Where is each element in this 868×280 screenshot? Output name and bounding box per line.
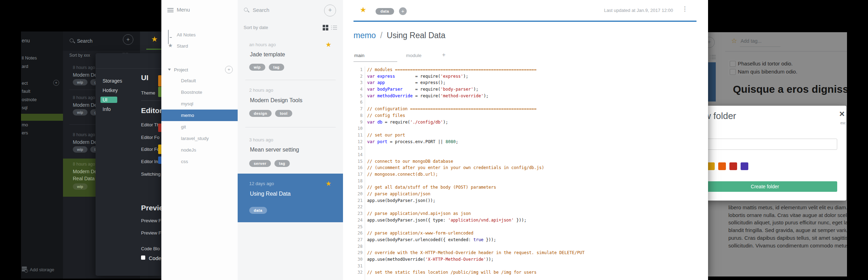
folder-name-input[interactable] <box>693 139 837 150</box>
add-storage-label: Add storage <box>30 267 54 272</box>
folder-item-default[interactable]: Default <box>161 75 238 86</box>
list-view-icon[interactable] <box>331 25 337 30</box>
folder-item-css[interactable]: css <box>161 156 238 167</box>
new-note-button[interactable]: + <box>324 5 336 16</box>
code-line: 17// mongoose.connect(db.url); <box>343 171 708 178</box>
sidebar-item-all-notes[interactable]: All Notes <box>161 31 238 38</box>
tag-pill[interactable]: wip <box>73 146 88 153</box>
star-icon[interactable]: ★ <box>326 41 331 49</box>
code-editor[interactable]: 1// modules ============================… <box>343 66 708 280</box>
tag-pill[interactable]: tool <box>275 110 292 117</box>
folder-item-boostnote[interactable]: Boostnote <box>161 86 238 98</box>
settings-row-label: Editor Fo <box>141 135 160 140</box>
tag-pill[interactable]: wip <box>249 64 265 71</box>
tag-pill[interactable]: data <box>249 207 267 214</box>
folder-color-swatch[interactable] <box>707 162 715 170</box>
grid-view-icon[interactable] <box>323 25 328 30</box>
add-folder-button[interactable]: + <box>225 66 233 74</box>
line-number: 30 <box>343 256 365 263</box>
note-item[interactable]: an hours ago★Jade templatewiptag <box>238 37 343 80</box>
dark-search-input[interactable]: Search <box>77 38 92 44</box>
code-text: // override with the X-HTTP-Method-Overr… <box>365 250 584 256</box>
kebab-menu-icon[interactable]: ⋮ <box>682 7 688 10</box>
line-number: 9 <box>343 119 365 126</box>
folder-color-swatch[interactable] <box>729 162 737 170</box>
code-line: 23// parse application/vnd.api+json as j… <box>343 210 708 217</box>
line-number: 5 <box>343 93 365 99</box>
code-line: 10 <box>343 125 708 132</box>
settings-nav-info[interactable]: Info <box>103 106 111 112</box>
settings-checkbox-label: Code B <box>149 255 161 261</box>
sidebar-item-stard[interactable]: ★Stard <box>161 43 238 50</box>
star-icon[interactable]: ★ <box>326 180 331 188</box>
folder-color-swatch[interactable] <box>741 162 748 170</box>
add-tag-button[interactable]: + <box>399 7 407 15</box>
tag-pill[interactable]: wip <box>73 109 88 115</box>
code-text: var port = process.env.PORT || 8080; <box>365 139 458 145</box>
code-text: app.use(methodOverride('X-HTTP-Method-Ov… <box>365 256 493 263</box>
star-icon[interactable]: ★ <box>151 35 158 43</box>
sidebar-item[interactable]: ard <box>21 64 63 70</box>
sidebar-item[interactable]: mo <box>21 122 63 128</box>
code-line: 14 <box>343 152 708 158</box>
note-item[interactable]: 2 hours agoModern Design Toolsdesigntool <box>238 80 343 127</box>
note-item[interactable]: 3 hours agoMean server settingservertag <box>238 127 343 174</box>
menu-icon[interactable] <box>167 8 174 12</box>
color-swatch[interactable] <box>158 145 161 154</box>
tag-pill[interactable]: server <box>249 160 271 167</box>
new-note-button[interactable]: + <box>123 34 133 45</box>
tab-module[interactable]: module <box>406 53 421 58</box>
sidebar-item[interactable]: sql <box>21 105 63 111</box>
sidebar-item[interactable]: ostnote <box>21 97 63 103</box>
folder-item-memo[interactable]: memo <box>161 110 238 121</box>
tag-pill[interactable]: wip <box>73 79 88 85</box>
breadcrumb-folder[interactable]: memo <box>354 31 376 40</box>
sidebar-item[interactable]: ers <box>21 130 63 136</box>
code-block-checkbox[interactable] <box>141 255 145 260</box>
settings-nav-storages[interactable]: Storages <box>103 78 122 84</box>
add-storage-button[interactable]: + Add storage <box>21 265 63 274</box>
tag-pill[interactable]: tag <box>269 64 284 71</box>
sidebar-item[interactable]: ll Notes <box>21 55 63 62</box>
folder-item-mysql[interactable]: mysql <box>161 98 238 110</box>
tag-pill[interactable]: design <box>249 110 272 117</box>
dark-sort-label[interactable]: Sort by xxx <box>69 53 90 58</box>
code-line: 31 <box>343 263 708 270</box>
color-swatch[interactable] <box>158 75 161 86</box>
sidebar-item-selected[interactable] <box>21 114 63 121</box>
sidebar-item[interactable]: ect+ <box>21 80 63 87</box>
sort-by-label[interactable]: Sort by date <box>244 25 268 30</box>
note-tag-pill[interactable]: data <box>376 8 394 15</box>
code-text: // modules =============================… <box>365 66 537 73</box>
star-icon[interactable]: ★ <box>360 6 366 14</box>
tag-pill[interactable]: tag <box>274 160 290 167</box>
code-line: 12var port = process.env.PORT || 8080; <box>343 139 708 145</box>
settings-nav-hotkey[interactable]: Hotkey <box>103 87 118 93</box>
note-item[interactable]: 12 days ago★Using Real Datadata <box>238 174 343 222</box>
sidebar-item[interactable]: fault <box>21 89 63 95</box>
folder-color-swatch[interactable] <box>718 162 726 170</box>
project-section-header[interactable]: Project + <box>161 66 238 74</box>
code-text <box>365 243 367 250</box>
line-number: 19 <box>343 184 365 191</box>
dark-menu-label[interactable]: enu <box>22 38 30 43</box>
line-number: 22 <box>343 204 365 210</box>
tag-pill[interactable]: wip <box>73 183 88 190</box>
create-folder-button[interactable]: Create folder <box>693 181 837 192</box>
star-icon: ★ <box>168 43 174 48</box>
sidebar-item-label: ll Notes <box>22 55 37 61</box>
folder-item-laravel_study[interactable]: laravel_study <box>161 133 238 144</box>
tab-main[interactable]: main <box>354 53 364 58</box>
folder-item-git[interactable]: git <box>161 121 238 133</box>
close-icon[interactable]: × <box>839 108 845 119</box>
settings-nav-ui[interactable]: UI <box>100 97 117 103</box>
search-input[interactable]: Search <box>253 7 270 13</box>
add-folder-button[interactable]: + <box>53 80 59 86</box>
folder-item-nodejs[interactable]: nodeJs <box>161 144 238 156</box>
menu-label[interactable]: Menu <box>177 7 190 13</box>
color-swatch[interactable] <box>158 156 161 164</box>
color-swatch[interactable] <box>158 87 161 97</box>
new-snippet-tab-button[interactable]: + <box>442 51 446 58</box>
line-number: 25 <box>343 224 365 230</box>
color-swatch[interactable] <box>158 124 161 132</box>
